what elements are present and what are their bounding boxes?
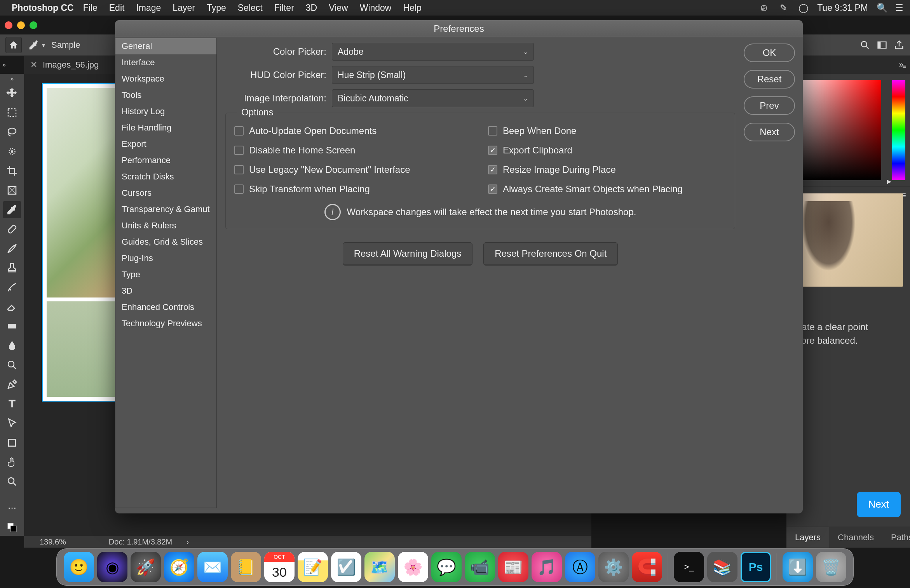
- panel-toggle-icon[interactable]: [877, 40, 887, 50]
- menu-help[interactable]: Help: [403, 3, 421, 13]
- dodge-tool[interactable]: [3, 357, 21, 374]
- menu-edit[interactable]: Edit: [109, 3, 125, 13]
- dock-itunes[interactable]: 🎵: [532, 552, 562, 582]
- color-picker-select[interactable]: Adobe⌄: [332, 43, 534, 61]
- eraser-tool[interactable]: [3, 298, 21, 315]
- dock-messages[interactable]: 💬: [431, 552, 462, 582]
- menu-select[interactable]: Select: [238, 3, 263, 13]
- prefs-cat-technology-previews[interactable]: Technology Previews: [115, 315, 216, 332]
- panel-menu-icon[interactable]: ≡: [903, 63, 906, 70]
- ink-icon[interactable]: ✎: [780, 3, 790, 13]
- zoom-tool[interactable]: [3, 473, 21, 490]
- frame-tool[interactable]: [3, 182, 21, 199]
- checkbox-skip-transform-when-placing[interactable]: Skip Transform when Placing: [234, 184, 472, 195]
- menu-filter[interactable]: Filter: [274, 3, 294, 13]
- checkbox-resize-image-during-place[interactable]: Resize Image During Place: [488, 164, 726, 175]
- dock-facetime[interactable]: 📹: [465, 552, 495, 582]
- doc-size[interactable]: Doc: 1.91M/3.82M: [109, 538, 172, 546]
- dock-terminal[interactable]: >_: [674, 552, 704, 582]
- reset-button[interactable]: Reset: [744, 70, 795, 89]
- checkbox-auto-update-open-documents[interactable]: Auto-Update Open Documents: [234, 125, 472, 136]
- hud-picker-select[interactable]: Hue Strip (Small)⌄: [332, 66, 534, 84]
- dock-books[interactable]: 📚: [707, 552, 737, 582]
- menu-layer[interactable]: Layer: [173, 3, 195, 13]
- tools-expand-icon[interactable]: »: [10, 75, 14, 82]
- prefs-cat-interface[interactable]: Interface: [115, 54, 216, 71]
- prefs-cat-type[interactable]: Type: [115, 266, 216, 283]
- menubar-list-icon[interactable]: ☰: [895, 3, 905, 13]
- prefs-cat-plug-ins[interactable]: Plug-Ins: [115, 250, 216, 266]
- prefs-cat-history-log[interactable]: History Log: [115, 103, 216, 120]
- hand-tool[interactable]: [3, 454, 21, 471]
- prefs-cat-general[interactable]: General: [115, 38, 216, 54]
- tab-channels[interactable]: Channels: [829, 527, 882, 548]
- status-menu-chevron-icon[interactable]: ›: [178, 538, 189, 546]
- prefs-cat-export[interactable]: Export: [115, 136, 216, 152]
- path-select-tool[interactable]: [3, 415, 21, 432]
- quick-select-tool[interactable]: [3, 143, 21, 160]
- menu-image[interactable]: Image: [136, 3, 161, 13]
- dock-maps[interactable]: 🗺️: [364, 552, 395, 582]
- spotlight-icon[interactable]: 🔍: [877, 3, 887, 13]
- dock-mail[interactable]: ✉️: [197, 552, 228, 582]
- learn-next-button[interactable]: Next: [857, 492, 901, 517]
- checkbox-export-clipboard[interactable]: Export Clipboard: [488, 145, 726, 156]
- history-brush-tool[interactable]: [3, 279, 21, 296]
- stamp-tool[interactable]: [3, 259, 21, 277]
- lasso-tool[interactable]: [3, 124, 21, 141]
- checkbox-always-create-smart-objects-when-placing[interactable]: Always Create Smart Objects when Placing: [488, 184, 726, 195]
- pen-tool[interactable]: [3, 376, 21, 393]
- dock-safari[interactable]: 🧭: [164, 552, 194, 582]
- menu-file[interactable]: File: [83, 3, 98, 13]
- menu-type[interactable]: Type: [207, 3, 226, 13]
- dock-finder[interactable]: 🙂: [64, 552, 94, 582]
- dock-reminders[interactable]: ☑️: [331, 552, 361, 582]
- document-tab-title[interactable]: Images_56.jpg: [43, 60, 99, 70]
- reset-warnings-button[interactable]: Reset All Warning Dialogs: [343, 242, 473, 265]
- edit-toolbar-button[interactable]: ⋯: [3, 499, 21, 517]
- menu-window[interactable]: Window: [360, 3, 392, 13]
- home-button[interactable]: [5, 37, 22, 53]
- checkbox-use-legacy-new-document-interface[interactable]: Use Legacy "New Document" Interface: [234, 164, 472, 175]
- healing-tool[interactable]: [3, 221, 21, 238]
- checkbox-disable-the-home-screen[interactable]: Disable the Home Screen: [234, 145, 472, 156]
- tab-paths[interactable]: Paths: [882, 527, 910, 548]
- blur-tool[interactable]: [3, 337, 21, 354]
- type-tool[interactable]: [3, 395, 21, 412]
- prefs-cat-cursors[interactable]: Cursors: [115, 185, 216, 201]
- prefs-cat-performance[interactable]: Performance: [115, 152, 216, 169]
- prefs-cat-tools[interactable]: Tools: [115, 87, 216, 103]
- tab-layers[interactable]: Layers: [786, 527, 829, 548]
- brush-tool[interactable]: [3, 240, 21, 257]
- reset-on-quit-button[interactable]: Reset Preferences On Quit: [483, 242, 618, 265]
- prefs-cat-transparency-gamut[interactable]: Transparency & Gamut: [115, 201, 216, 217]
- dock-siri[interactable]: ◉: [97, 552, 127, 582]
- prefs-cat-scratch-disks[interactable]: Scratch Disks: [115, 169, 216, 185]
- window-zoom-button[interactable]: [30, 21, 37, 29]
- window-minimize-button[interactable]: [17, 21, 25, 29]
- zoom-level[interactable]: 139.6%: [40, 538, 66, 546]
- prefs-cat-workspace[interactable]: Workspace: [115, 71, 216, 87]
- prefs-cat-units-rulers[interactable]: Units & Rulers: [115, 217, 216, 234]
- crop-tool[interactable]: [3, 162, 21, 179]
- prefs-cat-enhanced-controls[interactable]: Enhanced Controls: [115, 299, 216, 315]
- dock-notes[interactable]: 📝: [298, 552, 328, 582]
- shape-tool[interactable]: [3, 434, 21, 451]
- dock-calendar[interactable]: OCT30: [264, 552, 295, 582]
- dock-photoshop[interactable]: Ps: [741, 552, 771, 582]
- ok-button[interactable]: OK: [744, 43, 795, 62]
- search-icon[interactable]: [859, 40, 870, 50]
- expand-handle-icon[interactable]: »: [2, 61, 6, 68]
- tab-close-icon[interactable]: ✕: [30, 60, 37, 70]
- menu-view[interactable]: View: [329, 3, 348, 13]
- checkbox-beep-when-done[interactable]: Beep When Done: [488, 125, 726, 136]
- marquee-tool[interactable]: [3, 104, 21, 121]
- current-tool-indicator[interactable]: ▾: [28, 39, 45, 51]
- dock-launchpad[interactable]: 🚀: [131, 552, 161, 582]
- color-field[interactable]: [792, 80, 881, 180]
- airplay-icon[interactable]: ⎚: [761, 3, 771, 13]
- share-icon[interactable]: [894, 40, 905, 50]
- next-button[interactable]: Next: [744, 123, 795, 141]
- gradient-tool[interactable]: [3, 318, 21, 335]
- dock-appstore[interactable]: Ⓐ: [565, 552, 595, 582]
